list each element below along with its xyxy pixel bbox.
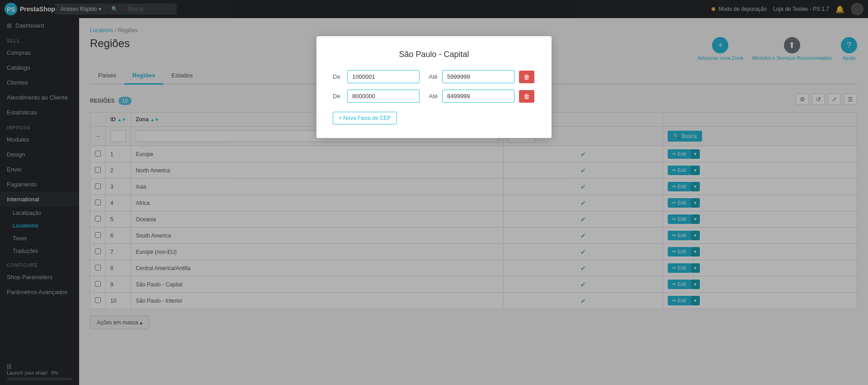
- modal-title: São Paulo - Capital: [333, 50, 535, 59]
- modal-de-label-2: De: [333, 93, 343, 100]
- modal-row-2: De Até 🗑: [333, 90, 535, 103]
- modal-de-input-1[interactable]: [347, 70, 420, 83]
- modal-ate-input-1[interactable]: [442, 70, 514, 83]
- modal-ate-label-1: Até: [424, 73, 438, 80]
- add-range-label: + Nova Faixa de CEP: [339, 115, 391, 121]
- add-range-button[interactable]: + Nova Faixa de CEP: [333, 112, 397, 124]
- modal-ate-label-2: Até: [424, 93, 438, 100]
- modal-row-1: De Até 🗑: [333, 70, 535, 83]
- modal-de-label-1: De: [333, 73, 343, 80]
- modal-de-input-2[interactable]: [347, 90, 420, 103]
- modal-ate-input-2[interactable]: [442, 90, 514, 103]
- modal-overlay[interactable]: São Paulo - Capital De Até 🗑 De Até 🗑 + …: [0, 0, 868, 385]
- modal: São Paulo - Capital De Até 🗑 De Até 🗑 + …: [316, 36, 552, 138]
- modal-delete-button-2[interactable]: 🗑: [519, 90, 534, 103]
- modal-delete-button-1[interactable]: 🗑: [519, 71, 534, 83]
